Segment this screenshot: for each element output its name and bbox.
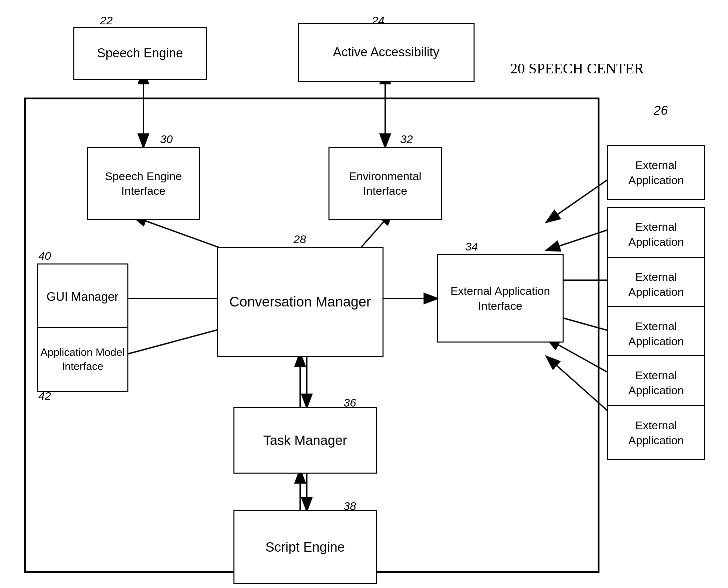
annotation-32: 32 bbox=[400, 133, 413, 146]
annotation-30: 30 bbox=[160, 133, 173, 146]
speech-center-label: 20 SPEECH CENTER bbox=[510, 60, 644, 77]
annotation-28: 28 bbox=[294, 233, 306, 246]
speech-engine-box: Speech Engine bbox=[73, 27, 207, 80]
app-model-interface-box: Application Model Interface bbox=[37, 327, 128, 392]
annotation-24: 24 bbox=[372, 14, 385, 27]
annotation-36: 36 bbox=[343, 396, 356, 409]
ext-app-5-box: External Application bbox=[607, 355, 705, 410]
annotation-38: 38 bbox=[343, 500, 356, 512]
task-manager-box: Task Manager bbox=[233, 407, 377, 474]
diagram: Speech Engine Active Accessibility 22 24… bbox=[0, 0, 728, 588]
gui-manager-box: GUI Manager bbox=[37, 264, 128, 330]
ext-app-1-box: External Application bbox=[607, 145, 705, 200]
svg-line-16 bbox=[547, 180, 607, 222]
annotation-26: 26 bbox=[654, 103, 668, 118]
annotation-22: 22 bbox=[100, 14, 113, 27]
svg-line-20 bbox=[547, 338, 607, 372]
script-engine-box: Script Engine bbox=[233, 510, 377, 584]
external-app-interface-box: External Application Interface bbox=[437, 254, 563, 342]
conversation-manager-box: Conversation Manager bbox=[217, 247, 384, 357]
svg-line-21 bbox=[547, 357, 607, 410]
ext-app-3-box: External Application bbox=[607, 257, 705, 312]
ext-app-2-box: External Application bbox=[607, 207, 705, 262]
annotation-34: 34 bbox=[465, 240, 478, 253]
active-accessibility-box: Active Accessibility bbox=[298, 23, 474, 82]
environmental-interface-box: Environmental Interface bbox=[328, 147, 442, 220]
annotation-42: 42 bbox=[38, 390, 51, 403]
svg-line-17 bbox=[547, 230, 607, 250]
annotation-40: 40 bbox=[38, 250, 51, 262]
ext-app-6-box: External Application bbox=[607, 405, 705, 460]
speech-engine-interface-box: Speech Engine Interface bbox=[87, 147, 200, 220]
ext-app-4-box: External Application bbox=[607, 306, 705, 361]
